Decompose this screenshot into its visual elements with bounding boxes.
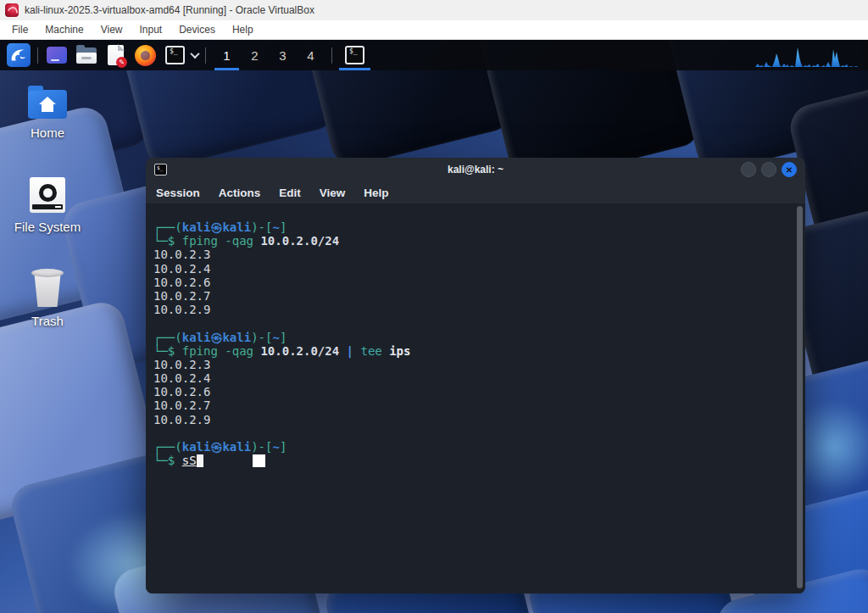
terminal-icon: $_ (165, 46, 185, 64)
typed-text: sS (182, 454, 197, 467)
terminal-cursor (197, 454, 203, 467)
terminal-window: $_ kali@kali: ~ ✕ Session Actions Edit V… (146, 158, 805, 593)
terminal-menu-view[interactable]: View (320, 187, 355, 199)
output-line: 10.0.2.4 (153, 262, 805, 276)
terminal-menu-session[interactable]: Session (156, 187, 209, 199)
vbox-menu-machine[interactable]: Machine (36, 21, 92, 38)
launcher-text-editor[interactable]: ✎ (104, 44, 127, 67)
input-line[interactable]: └─$ sS (153, 454, 805, 467)
taskbar-terminal-window[interactable]: $_ (339, 40, 370, 70)
panel-separator (205, 47, 206, 64)
vbox-menu-input[interactable]: Input (131, 21, 171, 38)
prompt-line: ┌──(kali㉿kali)-[~] (153, 220, 805, 234)
command-line: └─$ fping -qag 10.0.2.0/24 (153, 234, 805, 248)
blank-line (153, 426, 805, 440)
edit-badge-icon: ✎ (116, 57, 127, 68)
terminal-menu-actions[interactable]: Actions (219, 187, 270, 199)
terminal-ghost-cell (253, 454, 265, 467)
terminal-icon: $_ (345, 46, 364, 64)
kali-menu-button[interactable] (7, 43, 31, 67)
document-icon: ✎ (108, 45, 124, 65)
vbox-window-title: kali-linux-2025.3-virtualbox-amd64 [Runn… (25, 4, 314, 16)
kali-top-panel: ✎ $_ 1 2 3 4 $_ (0, 40, 868, 70)
desktop-icon-home[interactable]: Home (7, 86, 88, 140)
prompt-line: ┌──(kali㉿kali)-[~] (153, 331, 805, 344)
output-line: 10.0.2.7 (153, 289, 805, 303)
vbox-menu-view[interactable]: View (92, 21, 131, 38)
workspace-2[interactable]: 2 (241, 40, 269, 70)
trash-icon (31, 269, 64, 307)
terminal-menu-help[interactable]: Help (364, 187, 398, 199)
vbox-vm-icon (5, 3, 19, 17)
minimize-button[interactable] (741, 162, 756, 177)
desktop-icon-trash[interactable]: Trash (7, 269, 88, 328)
terminal-menu-edit[interactable]: Edit (279, 187, 310, 199)
blank-line (153, 316, 805, 330)
launcher-terminal[interactable]: $_ (164, 44, 186, 67)
output-line: 10.0.2.7 (153, 398, 805, 412)
desktop-icon-label: Trash (31, 314, 64, 328)
output-line: 10.0.2.9 (153, 303, 805, 316)
terminal-scrollbar[interactable] (797, 206, 803, 588)
output-line: 10.0.2.3 (153, 358, 805, 371)
panel-separator (331, 47, 332, 64)
terminal-titlebar[interactable]: $_ kali@kali: ~ ✕ (146, 158, 805, 181)
vbox-menu-file[interactable]: File (3, 21, 36, 38)
output-line: 10.0.2.3 (153, 248, 805, 261)
vbox-menu-help[interactable]: Help (224, 21, 262, 38)
drive-icon (30, 177, 65, 213)
close-button[interactable]: ✕ (782, 162, 797, 177)
terminal-window-title: kali@kali: ~ (448, 164, 504, 176)
folder-icon (76, 47, 97, 64)
launcher-firefox[interactable] (134, 44, 157, 67)
terminal-menubar: Session Actions Edit View Help (146, 181, 805, 203)
system-monitor-graph (755, 45, 861, 69)
output-line: 10.0.2.6 (153, 276, 805, 289)
desktop-icon-filesystem[interactable]: File System (7, 177, 88, 234)
launcher-file-manager[interactable] (75, 44, 97, 67)
prompt-line: ┌──(kali㉿kali)-[~] (153, 440, 805, 454)
output-line: 10.0.2.9 (153, 413, 805, 426)
maximize-button[interactable] (761, 162, 776, 177)
vm-screen: ✎ $_ 1 2 3 4 $_ (0, 40, 868, 613)
home-folder-icon (28, 90, 67, 119)
vbox-titlebar: kali-linux-2025.3-virtualbox-amd64 [Runn… (0, 0, 868, 20)
desktop-icon-label: Home (31, 125, 64, 140)
workspace-1[interactable]: 1 (213, 40, 241, 70)
kali-dragon-icon (9, 46, 28, 64)
window-icon (47, 47, 67, 64)
chevron-down-icon[interactable] (190, 49, 199, 59)
firefox-icon (135, 45, 156, 66)
output-line: 10.0.2.6 (153, 385, 805, 398)
terminal-icon: $_ (154, 164, 167, 176)
desktop-icon-label: File System (14, 220, 81, 234)
workspace-switcher: 1 2 3 4 (213, 40, 325, 70)
terminal-content[interactable]: ┌──(kali㉿kali)-[~] └─$ fping -qag 10.0.2… (146, 203, 805, 593)
vbox-menubar: File Machine View Input Devices Help (0, 20, 868, 40)
output-line: 10.0.2.4 (153, 371, 805, 385)
command-line: └─$ fping -qag 10.0.2.0/24 | tee ips (153, 344, 805, 358)
panel-separator (37, 47, 38, 64)
workspace-4[interactable]: 4 (297, 40, 325, 70)
launcher-display-settings[interactable] (45, 44, 68, 67)
vbox-menu-devices[interactable]: Devices (170, 21, 224, 38)
workspace-3[interactable]: 3 (269, 40, 297, 70)
